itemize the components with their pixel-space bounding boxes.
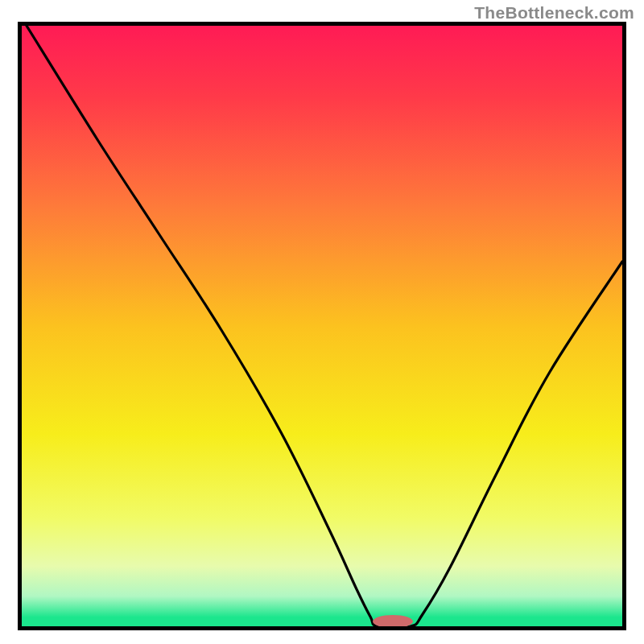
chart-frame (18, 22, 626, 630)
gradient-fill (22, 26, 622, 626)
watermark-text: TheBottleneck.com (474, 3, 634, 23)
canvas: TheBottleneck.com (0, 0, 644, 644)
bottleneck-chart (22, 26, 622, 626)
